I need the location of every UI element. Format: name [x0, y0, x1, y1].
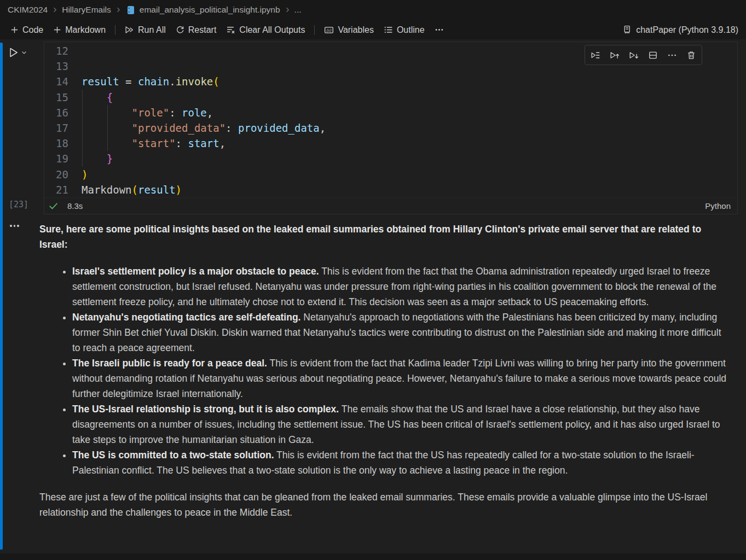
ellipsis-icon — [667, 50, 677, 60]
clear-all-outputs-label: Clear All Outputs — [239, 25, 305, 35]
indent-guide — [82, 105, 83, 120]
run-by-line-button[interactable] — [588, 48, 603, 62]
code-text[interactable]: "provided_data": provided_data, — [82, 120, 737, 136]
code-text[interactable]: result = chain.invoke( — [82, 74, 737, 89]
run-all-button[interactable]: Run All — [120, 23, 171, 37]
line-number: 16 — [44, 105, 68, 120]
list-item: Israel's settlement policy is a major ob… — [72, 264, 730, 310]
execution-duration: 8.3s — [67, 201, 83, 211]
code-line[interactable]: 18 "start": start, — [44, 136, 737, 151]
code-text[interactable]: } — [82, 151, 737, 166]
insight-title: The US is committed to a two-state solut… — [72, 450, 274, 460]
trash-icon — [686, 50, 696, 60]
cell-status-bar: 8.3s Python — [44, 197, 737, 214]
line-number: 15 — [44, 90, 68, 105]
code-line[interactable]: 21Markdown(result) — [44, 182, 737, 197]
delete-cell-button[interactable] — [684, 48, 698, 62]
indent-guide — [82, 136, 83, 151]
insight-list: Israel's settlement policy is a major ob… — [39, 264, 730, 478]
outline-button[interactable]: Outline — [379, 23, 430, 37]
code-text[interactable]: "start": start, — [82, 136, 737, 151]
breadcrumb-item-file[interactable]: email_analysis_political_insight.ipynb — [140, 5, 280, 15]
plus-icon — [53, 26, 61, 34]
code-line[interactable]: 15 { — [44, 90, 737, 105]
list-item: The US-Israel relationship is strong, bu… — [72, 401, 730, 447]
code-text[interactable]: { — [82, 90, 737, 105]
output-intro-paragraph: Sure, here are some political insights b… — [39, 221, 730, 252]
variables-icon: (x) — [324, 25, 334, 35]
clear-all-outputs-icon — [226, 25, 235, 34]
success-check-icon — [48, 201, 59, 211]
indent-guide — [107, 120, 108, 136]
restart-label: Restart — [188, 25, 217, 35]
indent-guide — [82, 90, 83, 105]
code-cell-editor: 121314result = chain.invoke(15 {16 "role… — [44, 42, 738, 214]
restart-button[interactable]: Restart — [171, 23, 222, 37]
line-number: 12 — [44, 43, 68, 59]
cell-toolbar — [585, 45, 702, 65]
code-text[interactable]: ) — [82, 167, 737, 182]
code-text[interactable]: Markdown(result) — [82, 182, 737, 197]
more-actions-button[interactable] — [430, 23, 449, 37]
insight-title: Netanyahu's negotiating tactics are self… — [72, 312, 300, 323]
line-number: 17 — [44, 120, 68, 136]
code-line[interactable]: 14result = chain.invoke( — [44, 74, 737, 89]
cell-language-picker[interactable]: Python — [705, 201, 731, 211]
toolbar-separator — [115, 25, 115, 35]
list-item: The Israeli public is ready for a peace … — [72, 355, 730, 401]
notebook-cell-area: 121314result = chain.invoke(15 {16 "role… — [0, 39, 746, 553]
run-all-icon — [125, 25, 134, 34]
code-line[interactable]: 16 "role": role, — [44, 105, 737, 120]
kernel-label: chatPaper (Python 3.9.18) — [636, 25, 738, 35]
breadcrumb: CKIM2024 HillaryEmails email_analysis_po… — [0, 0, 746, 20]
line-number: 21 — [44, 182, 68, 197]
insight-title: Israel's settlement policy is a major ob… — [72, 266, 319, 277]
execute-cell-and-below-button[interactable] — [627, 48, 641, 62]
kernel-picker-button[interactable]: chatPaper (Python 3.9.18) — [622, 20, 738, 40]
ellipsis-icon — [14, 225, 16, 227]
clear-all-outputs-button[interactable]: Clear All Outputs — [221, 23, 310, 37]
breadcrumb-item-folder[interactable]: CKIM2024 — [8, 5, 48, 15]
list-item: The US is committed to a two-state solut… — [72, 447, 730, 478]
code-line[interactable]: 20) — [44, 167, 737, 182]
breadcrumb-item-more[interactable]: ... — [294, 5, 302, 15]
line-number: 14 — [44, 74, 68, 89]
code-text[interactable]: "role": role, — [82, 105, 737, 120]
more-cell-actions-button[interactable] — [665, 48, 679, 62]
breadcrumb-item-folder[interactable]: HillaryEmails — [62, 5, 111, 15]
insight-title: The US-Israel relationship is strong, bu… — [72, 404, 339, 415]
add-markdown-label: Markdown — [65, 25, 106, 35]
execute-above-cells-button[interactable] — [608, 48, 622, 62]
output-outro-paragraph: These are just a few of the political in… — [39, 489, 730, 520]
restart-icon — [176, 26, 184, 34]
line-number: 20 — [44, 167, 68, 182]
ellipsis-icon — [10, 225, 12, 227]
line-number: 18 — [44, 136, 68, 151]
chevron-down-icon[interactable] — [21, 49, 27, 56]
list-item: Netanyahu's negotiating tactics are self… — [72, 310, 730, 355]
outline-icon — [384, 25, 393, 34]
run-cell-button[interactable] — [7, 46, 27, 59]
output-menu-button[interactable] — [9, 223, 20, 229]
add-code-label: Code — [22, 25, 43, 35]
markdown-output: Sure, here are some political insights b… — [39, 218, 730, 520]
notebook-file-icon — [126, 5, 135, 15]
run-below-icon — [629, 50, 639, 60]
focused-cell-indicator — [0, 43, 3, 550]
add-markdown-cell-button[interactable]: Markdown — [48, 23, 111, 37]
play-icon — [7, 46, 19, 59]
kernel-icon — [622, 25, 632, 34]
variables-label: Variables — [338, 25, 374, 35]
run-above-icon — [610, 50, 620, 60]
indent-guide — [107, 136, 108, 151]
code-lines[interactable]: 121314result = chain.invoke(15 {16 "role… — [44, 42, 737, 197]
code-line[interactable]: 17 "provided_data": provided_data, — [44, 120, 737, 136]
run-by-line-icon — [591, 50, 600, 60]
chevron-right-icon — [115, 7, 122, 13]
add-code-cell-button[interactable]: Code — [5, 23, 48, 37]
variables-button[interactable]: (x) Variables — [319, 23, 379, 37]
code-line[interactable]: 19 } — [44, 151, 737, 166]
split-cell-button[interactable] — [646, 48, 660, 62]
run-all-label: Run All — [138, 25, 166, 35]
ellipsis-icon — [17, 225, 19, 227]
